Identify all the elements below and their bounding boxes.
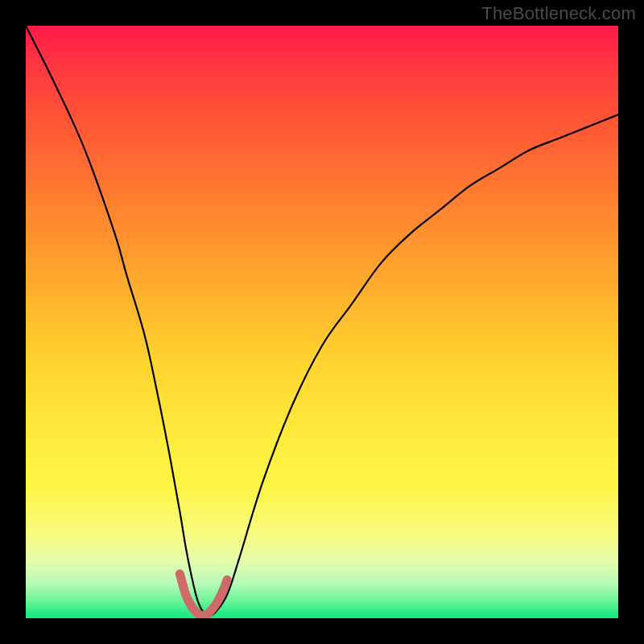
watermark-text: TheBottleneck.com — [481, 3, 636, 24]
bottleneck-curve-main — [26, 26, 618, 615]
chart-frame: TheBottleneck.com — [0, 0, 644, 644]
trough-highlight — [180, 574, 227, 616]
plot-area — [26, 26, 618, 618]
curve-layer — [26, 26, 618, 618]
